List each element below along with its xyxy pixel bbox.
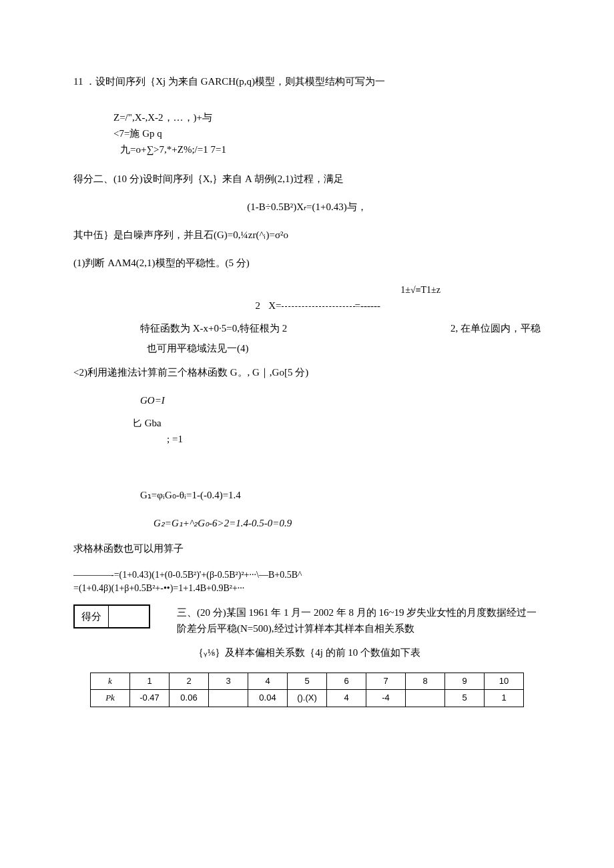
- char-eq-sign: =: [355, 300, 360, 311]
- th-5: 5: [288, 673, 327, 690]
- th-10: 10: [485, 673, 524, 690]
- g2-line: G₂=G₁+^₂G₀-6>2=1.4-0.5-0=0.9: [154, 515, 541, 531]
- score-box: 得分: [73, 604, 150, 628]
- char-note: 也可用平稳域法见一(4): [147, 340, 541, 356]
- gba-line: 匕 Gba: [132, 415, 541, 431]
- operator-intro: 求格林函数也可以用算子: [73, 540, 541, 556]
- cell-8: [406, 690, 445, 707]
- th-7: 7: [366, 673, 406, 690]
- th-4: 4: [248, 673, 288, 690]
- th-3: 3: [209, 673, 248, 690]
- char-top: 1±√≡T1±z: [140, 283, 541, 298]
- geq1-line: ; =1: [167, 431, 541, 447]
- char-left: 特征函数为 X-x+0·5=0,特征根为 2: [140, 320, 287, 336]
- q11-line2: <7=施 Gp q: [113, 125, 541, 141]
- score-label: 得分: [75, 605, 109, 627]
- cell-10: 1: [485, 690, 524, 707]
- cell-9: 5: [445, 690, 485, 707]
- question-2-noise: 其中伍｝是白噪声序列，并且石(G)=0,¼zr(^ᵢ)=σ²o: [73, 227, 541, 243]
- cell-1: -0.47: [130, 690, 170, 707]
- table-header-row: k 1 2 3 4 5 6 7 8 9 10: [91, 673, 524, 690]
- g0-line: GO=I: [140, 392, 541, 408]
- question-11-prompt: 11 ．设时间序列｛Xj 为来自 GARCH(p,q)模型，则其模型结构可写为一: [73, 73, 541, 89]
- question-2-part2: <2)利用递推法计算前三个格林函数 G。, G｜,Go[5 分): [73, 364, 541, 380]
- frac-line-1: [282, 306, 355, 307]
- th-8: 8: [406, 673, 445, 690]
- cell-2: 0.06: [170, 690, 209, 707]
- th-2: 2: [170, 673, 209, 690]
- cell-3: [209, 690, 248, 707]
- question-3-text2: ｛ᵧ⅛｝及样本偏相关系数｛4j 的前 10 个数值如下表: [73, 644, 541, 661]
- cell-7: -4: [366, 690, 406, 707]
- table-data-row: Pk -0.47 0.06 0.04 ().(X) 4 -4 5 1: [91, 690, 524, 707]
- cell-5: ().(X): [288, 690, 327, 707]
- char-dash: ------: [360, 300, 380, 311]
- question-3-text1: 三、(20 分)某国 1961 年 1 月一 2002 年 8 月的 16~19…: [177, 607, 537, 634]
- q11-line1: Z=/",X-,X-2，…，)+与: [113, 109, 541, 125]
- cell-4: 0.04: [248, 690, 288, 707]
- g1-line: G₁=φᵢG₀-θᵢ=1-(-0.4)=1.4: [140, 487, 541, 503]
- q11-line3: 九=o+∑>7,*+Z%;/=1 7=1: [120, 141, 541, 157]
- char-right: 2, 在单位圆内，平稳: [450, 320, 541, 336]
- question-2-intro: 得分二、(10 分)设时间序列｛X,｝来自 A 胡例(2,1)过程，满足: [73, 171, 541, 187]
- char-num2: 2: [140, 298, 260, 314]
- cell-6: 4: [327, 690, 366, 707]
- th-k: k: [91, 673, 130, 690]
- row-label: Pk: [91, 690, 130, 707]
- operator-line2: =(1+0.4β)(1+β+0.5B²+-••)=1+1.4B+0.9B²+··…: [73, 582, 541, 595]
- operator-line1: ————-=(1+0.43)(1+(0-0.5B²)'+(β-0.5B²)²+·…: [73, 568, 541, 582]
- th-9: 9: [445, 673, 485, 690]
- score-value-blank: [109, 605, 149, 627]
- coefficient-table: k 1 2 3 4 5 6 7 8 9 10 Pk -0.47 0.06 0.0…: [90, 673, 524, 708]
- char-x-prefix: X=: [268, 300, 281, 311]
- question-2-part1: (1)判断 AΛM4(2,1)模型的平稳性。(5 分): [73, 255, 541, 271]
- question-2-equation: (1-B÷0.5B²)Xᵣ=(1+0.43)与，: [73, 199, 541, 215]
- th-6: 6: [327, 673, 366, 690]
- th-1: 1: [130, 673, 170, 690]
